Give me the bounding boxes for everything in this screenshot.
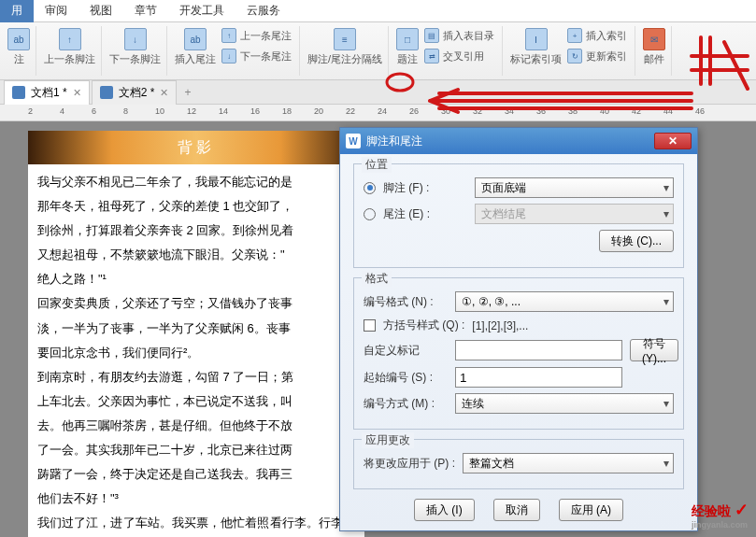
paragraph[interactable]: 回家变卖典质，父亲还了亏空；又借钱办了丧事 (37, 293, 355, 314)
tb-label: 插入表目录 (443, 29, 494, 43)
paragraph[interactable]: 那年冬天，祖母死了，父亲的差使 1 也交卸了， (37, 196, 355, 217)
numfmt-label: 编号格式 (N) : (364, 294, 448, 310)
tb-label: 邮件 (644, 52, 664, 66)
applyto-combo[interactable]: 整篇文档 (463, 453, 674, 473)
doc-icon (100, 86, 113, 99)
mail-icon: ✉ (643, 28, 665, 50)
ribbon-tab-view[interactable]: 视图 (78, 0, 123, 22)
tb-update-index[interactable]: ↻更新索引 (563, 47, 631, 65)
tb-index-mark[interactable]: Ⅰ标记索引项 (508, 26, 563, 68)
apply-button[interactable]: 应用 (A) (559, 499, 623, 521)
symbol-button[interactable]: 符号 (Y)... (630, 339, 678, 361)
fieldset-legend: 格式 (362, 271, 392, 287)
paragraph[interactable]: 我们过了江，进了车站。我买票，他忙着照看行李。行李太多，得向脚夫 11 行 (37, 513, 355, 537)
paragraph[interactable]: 绝人之路！"¹ (37, 269, 355, 290)
dialog-title-text: 脚注和尾注 (366, 134, 422, 149)
dialog-titlebar[interactable]: W 脚注和尾注 ✕ (340, 128, 697, 154)
tb-insert-endnote[interactable]: ab插入尾注 (173, 26, 218, 68)
watermark-text: 经验啦 (692, 503, 731, 518)
applyto-label: 将更改应用于 (P) : (364, 456, 455, 472)
doc-tab-1[interactable]: 文档1 * ✕ (4, 80, 90, 105)
check-icon: ✓ (735, 501, 749, 519)
tb-prev-footnote[interactable]: ↑上一条脚注 (42, 26, 97, 68)
insert-button[interactable]: 插入 (I) (414, 499, 475, 521)
custom-mark-input[interactable] (455, 340, 622, 360)
bracket-checkbox[interactable] (364, 319, 376, 332)
paragraph[interactable]: 了一会。其实我那年已二十岁，北京已来往过两 (37, 440, 355, 460)
endnote-label: 尾注 (E) : (383, 206, 467, 222)
start-number-input[interactable] (455, 367, 622, 388)
ruler-mark: 26 (409, 106, 419, 116)
tb-footnote[interactable]: ab注 (6, 26, 32, 68)
close-icon[interactable]: ✕ (160, 87, 168, 99)
sep-icon: ≡ (334, 28, 356, 50)
fieldset-legend: 位置 (362, 157, 392, 173)
ribbon-tab-cloud[interactable]: 云服务 (235, 0, 292, 22)
ribbon-tabs: 用 审阅 视图 章节 开发工具 云服务 (0, 0, 756, 22)
tb-insert-toc[interactable]: ▤插入表目录 (421, 26, 498, 45)
ribbon-tab-use[interactable]: 用 (0, 0, 34, 22)
number-method-label: 编号方式 (M) : (364, 396, 448, 412)
doc-tab-label: 文档1 * (31, 85, 67, 101)
bracket-example: [1],[2],[3],... (472, 319, 528, 332)
paragraph[interactable]: 踌躇了一会，终于决定还是自己送我去。我再三 (37, 464, 355, 485)
paragraph[interactable]: 他们去不好！"³ (37, 488, 355, 509)
insert-index-icon: + (567, 28, 582, 43)
ruler-mark: 42 (632, 106, 641, 116)
tb-mail[interactable]: ✉邮件 (641, 26, 667, 68)
number-format-combo[interactable]: ①, ②, ③, ... (455, 291, 674, 312)
tb-label: 交叉引用 (443, 49, 484, 64)
ribbon-tab-review[interactable]: 审阅 (34, 0, 78, 22)
watermark-url: jingyanla.com (692, 520, 749, 530)
next-end-icon: ↓ (221, 49, 236, 64)
ruler-mark: 44 (663, 106, 673, 116)
ruler-mark: 6 (92, 106, 96, 116)
paragraph[interactable]: 到徐州，打算跟着父亲奔丧 2 回家。到徐州见着 (37, 220, 355, 241)
tb-prev-endnote[interactable]: ↑上一条尾注 (218, 26, 295, 45)
endnote-radio[interactable] (364, 208, 376, 220)
ruler-mark: 46 (695, 106, 705, 116)
doc-tab-2[interactable]: 文档2 * ✕ (92, 80, 178, 105)
tb-insert-index[interactable]: +插入索引 (563, 26, 631, 45)
document-text[interactable]: 我与父亲不相见已二年余了，我最不能忘记的是那年冬天，祖母死了，父亲的差使 1 也… (28, 164, 364, 537)
ribbon-tab-chapter[interactable]: 章节 (123, 0, 168, 22)
ruler[interactable]: 2468101214161820222426303234363840424446 (0, 105, 756, 121)
paragraph[interactable]: 去。他再三嘱咐茶房，甚是仔细。但他终于不放 (37, 416, 355, 436)
close-icon[interactable]: ✕ (73, 87, 81, 99)
paragraph[interactable]: 又想起祖母，不禁簌簌地流下眼泪。父亲说：" (37, 245, 355, 265)
footnote-endnote-dialog: W 脚注和尾注 ✕ 位置 脚注 (F) : 页面底端 尾注 (E) : 文档结尾… (339, 127, 698, 531)
ruler-mark: 20 (314, 106, 323, 116)
tb-next-footnote[interactable]: ↓下一条脚注 (107, 26, 163, 68)
update-index-icon: ↻ (567, 49, 582, 64)
bracket-label: 方括号样式 (Q) : (383, 318, 464, 333)
paragraph[interactable]: 上车北去。父亲因为事忙，本已说定不送我，叫 (37, 391, 355, 412)
number-method-combo[interactable]: 连续 (455, 393, 674, 414)
tb-label: 更新索引 (586, 49, 627, 64)
ruler-mark: 14 (219, 106, 228, 116)
tb-label: 上一条尾注 (240, 29, 292, 43)
ruler-mark: 2 (28, 106, 33, 116)
cancel-button[interactable]: 取消 (493, 499, 540, 521)
ribbon-tab-dev[interactable]: 开发工具 (168, 0, 235, 22)
index-icon: Ⅰ (525, 28, 548, 50)
footnote-radio[interactable] (364, 182, 376, 194)
footnote-position-combo[interactable]: 页面底端 (475, 177, 674, 198)
paragraph[interactable]: 我与父亲不相见已二年余了，我最不能忘记的是 (37, 172, 355, 192)
tb-caption[interactable]: □题注 (394, 26, 421, 68)
ruler-mark: 4 (60, 106, 64, 116)
tb-next-endnote[interactable]: ↓下一条尾注 (218, 47, 295, 65)
tb-crossref[interactable]: ⇄交叉引用 (421, 47, 498, 65)
endnote-icon: ab (184, 28, 207, 50)
dialog-body: 位置 脚注 (F) : 页面底端 尾注 (E) : 文档结尾 转换 (C)...… (340, 154, 697, 530)
paragraph[interactable]: 到南京时，有朋友约去游逛，勾留 7 了一日；第 (37, 367, 355, 388)
next-icon: ↓ (124, 28, 147, 50)
close-button[interactable]: ✕ (654, 133, 692, 149)
tb-separator[interactable]: ≡脚注/尾注分隔线 (306, 26, 384, 68)
add-tab-button[interactable]: + (184, 86, 191, 99)
paragraph[interactable]: 淡，一半为了丧事，一半为了父亲赋闲 6。丧事 (37, 318, 355, 339)
convert-button[interactable]: 转换 (C)... (599, 230, 674, 252)
start-number-label: 起始编号 (S) : (364, 370, 448, 386)
apply-fieldset: 应用更改 将更改应用于 (P) : 整篇文档 (353, 439, 684, 489)
paragraph[interactable]: 要回北京念书，我们便同行²。 (37, 343, 355, 363)
document-tabs-bar: 文档1 * ✕ 文档2 * ✕ + (0, 80, 756, 105)
